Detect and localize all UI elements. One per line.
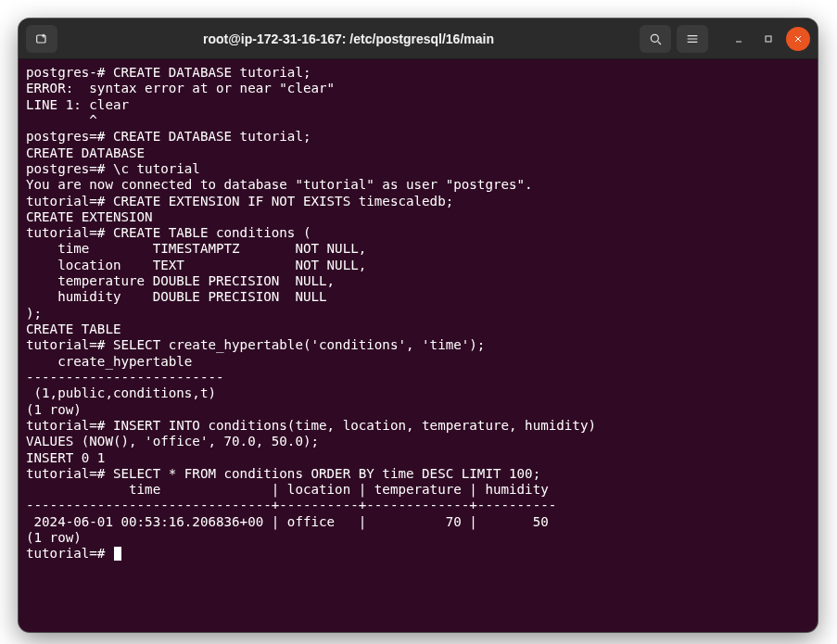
close-button[interactable]	[786, 27, 810, 51]
menu-button[interactable]	[677, 25, 708, 53]
minimize-icon	[733, 33, 744, 44]
terminal-window: root@ip-172-31-16-167: /etc/postgresql/1…	[19, 19, 818, 632]
terminal-line: ^	[26, 113, 810, 129]
terminal-line: tutorial=# CREATE EXTENSION IF NOT EXIST…	[26, 194, 810, 209]
maximize-icon	[763, 33, 774, 44]
hamburger-icon	[685, 32, 700, 46]
terminal-line: CREATE EXTENSION	[26, 209, 810, 225]
terminal-output[interactable]: postgres-# CREATE DATABASE tutorial;ERRO…	[19, 59, 818, 632]
window-title: root@ip-172-31-16-167: /etc/postgresql/1…	[65, 32, 632, 46]
terminal-line: CREATE TABLE	[26, 322, 810, 337]
terminal-line: humidity DOUBLE PRECISION NULL	[26, 289, 810, 305]
terminal-line: (1 row)	[26, 402, 810, 418]
close-icon	[793, 33, 804, 44]
terminal-line: time TIMESTAMPTZ NOT NULL,	[26, 241, 810, 257]
search-icon	[648, 32, 663, 46]
svg-line-4	[658, 41, 661, 44]
new-tab-icon	[34, 32, 49, 46]
minimize-button[interactable]	[727, 27, 751, 51]
search-button[interactable]	[640, 25, 671, 53]
terminal-line: postgres=# CREATE DATABASE tutorial;	[26, 129, 810, 145]
terminal-line: location TEXT NOT NULL,	[26, 258, 810, 273]
terminal-line: tutorial=# INSERT INTO conditions(time, …	[26, 418, 810, 434]
terminal-line: );	[26, 306, 810, 322]
terminal-line: tutorial=# SELECT * FROM conditions ORDE…	[26, 466, 810, 482]
titlebar: root@ip-172-31-16-167: /etc/postgresql/1…	[19, 19, 818, 59]
terminal-line: ERROR: syntax error at or near "clear"	[26, 81, 810, 96]
terminal-line: postgres=# \c tutorial	[26, 161, 810, 177]
terminal-line: -------------------------	[26, 370, 810, 385]
terminal-line: CREATE DATABASE	[26, 145, 810, 161]
terminal-line: VALUES (NOW(), 'office', 70.0, 50.0);	[26, 434, 810, 449]
terminal-line: LINE 1: clear	[26, 97, 810, 113]
terminal-line: postgres-# CREATE DATABASE tutorial;	[26, 65, 810, 81]
terminal-line: -------------------------------+--------…	[26, 498, 810, 513]
terminal-line: tutorial=# SELECT create_hypertable('con…	[26, 337, 810, 353]
terminal-line: tutorial=# CREATE TABLE conditions (	[26, 225, 810, 241]
svg-point-3	[651, 34, 658, 42]
maximize-button[interactable]	[756, 27, 780, 51]
cursor	[114, 547, 121, 561]
terminal-line: create_hypertable	[26, 354, 810, 370]
terminal-line: (1,public,conditions,t)	[26, 385, 810, 401]
new-tab-button[interactable]	[26, 25, 57, 53]
terminal-line: You are now connected to database "tutor…	[26, 177, 810, 193]
terminal-line: (1 row)	[26, 530, 810, 546]
svg-rect-9	[766, 36, 771, 42]
terminal-line: 2024-06-01 00:53:16.206836+00 | office |…	[26, 514, 810, 530]
terminal-line: tutorial=#	[26, 546, 810, 562]
terminal-line: INSERT 0 1	[26, 450, 810, 466]
terminal-line: temperature DOUBLE PRECISION NULL,	[26, 273, 810, 289]
terminal-line: time | location | temperature | humidity	[26, 482, 810, 498]
